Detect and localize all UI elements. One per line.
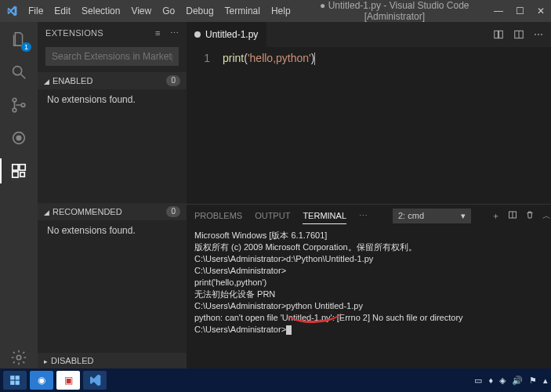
chevron-down-icon: ◢	[44, 209, 49, 216]
svg-rect-12	[495, 31, 498, 38]
more-icon[interactable]: ⋯	[534, 29, 543, 40]
menu-terminal[interactable]: Terminal	[220, 2, 265, 20]
vscode-logo-icon	[6, 5, 17, 16]
taskbar-app-1[interactable]: ◉	[30, 371, 53, 390]
menu-view[interactable]: View	[126, 2, 156, 20]
svg-rect-7	[13, 165, 18, 170]
minimize-icon[interactable]: —	[494, 5, 503, 16]
tray-icon[interactable]: ▭	[474, 376, 482, 386]
panel-tab-problems[interactable]: PROBLEMS	[194, 208, 242, 223]
source-control-icon[interactable]	[8, 94, 30, 116]
terminal-cursor	[286, 325, 292, 335]
svg-rect-18	[10, 376, 14, 379]
taskbar-app-2[interactable]: ▣	[56, 371, 80, 390]
sidebar: EXTENSIONS ≡ ⋯ ◢ENABLED 0 No extensions …	[38, 22, 187, 368]
panel-tab-output[interactable]: OUTPUT	[255, 208, 290, 223]
extensions-search-input[interactable]	[45, 47, 179, 66]
window-controls: — ☐ ✕	[494, 5, 545, 16]
split-terminal-icon[interactable]	[508, 210, 517, 222]
menu-debug[interactable]: Debug	[181, 2, 218, 20]
terminal-line: Microsoft Windows [版本 6.1.7601]	[194, 230, 543, 241]
volume-icon[interactable]: 🔊	[512, 376, 523, 386]
enabled-count: 0	[166, 75, 180, 86]
new-terminal-icon[interactable]: ＋	[491, 210, 500, 222]
windows-taskbar: ◉ ▣ ▭ ♦ ◈ 🔊 ⚑ ▴	[0, 368, 551, 392]
sidebar-title: EXTENSIONS	[45, 28, 103, 38]
svg-point-2	[13, 98, 16, 102]
svg-point-3	[13, 108, 16, 112]
window-title: ● Untitled-1.py - Visual Studio Code [Ad…	[295, 0, 494, 22]
recommended-count: 0	[166, 206, 180, 217]
svg-point-0	[13, 67, 22, 75]
terminal-line: python: can't open file 'Untitled-1.py':…	[194, 312, 543, 324]
svg-point-11	[16, 355, 21, 360]
filter-icon[interactable]: ≡	[155, 28, 161, 38]
menu-bar: File Edit Selection View Go Debug Termin…	[24, 2, 295, 20]
chevron-up-icon[interactable]: ︿	[542, 210, 551, 222]
debug-icon[interactable]	[8, 127, 30, 149]
section-disabled[interactable]: ▸DISABLED	[38, 353, 187, 368]
more-icon[interactable]: ⋯	[170, 28, 179, 38]
terminal-line: 版权所有 (c) 2009 Microsoft Corporation。保留所有…	[194, 241, 543, 253]
split-icon[interactable]	[513, 29, 524, 40]
terminal-line: C:\Users\Administrator>	[194, 265, 543, 277]
chevron-up-icon[interactable]: ▴	[543, 376, 548, 386]
terminal-line: C:\Users\Administrator>python Untitled-1…	[194, 300, 543, 312]
svg-rect-19	[16, 376, 20, 379]
svg-rect-9	[13, 172, 18, 177]
menu-help[interactable]: Help	[266, 2, 295, 20]
activity-bar: 1	[0, 22, 38, 368]
tab-label: Untitled-1.py	[205, 29, 258, 40]
terminal[interactable]: Microsoft Windows [版本 6.1.7601]版权所有 (c) …	[187, 227, 551, 368]
tab-untitled[interactable]: Untitled-1.py	[187, 22, 266, 47]
shield-icon[interactable]: ◈	[499, 376, 506, 386]
terminal-selector[interactable]: 2: cmd▾	[393, 209, 471, 223]
svg-rect-10	[20, 172, 25, 177]
explorer-badge: 1	[21, 42, 31, 52]
section-enabled[interactable]: ◢ENABLED 0	[38, 72, 187, 89]
enabled-empty: No extensions found.	[38, 89, 187, 110]
trash-icon[interactable]	[525, 210, 535, 222]
close-icon[interactable]: ✕	[537, 5, 545, 16]
menu-edit[interactable]: Edit	[49, 2, 75, 20]
chevron-right-icon: ▸	[44, 358, 48, 365]
svg-line-1	[21, 74, 26, 79]
code-line: print('hello,python')	[218, 47, 315, 204]
more-icon[interactable]: ⋯	[359, 211, 368, 221]
maximize-icon[interactable]: ☐	[516, 5, 524, 16]
title-bar: File Edit Selection View Go Debug Termin…	[0, 0, 551, 22]
system-tray[interactable]: ▭ ♦ ◈ 🔊 ⚑ ▴	[474, 376, 548, 386]
editor-cursor	[314, 53, 315, 65]
explorer-icon[interactable]: 1	[8, 28, 30, 50]
code-editor[interactable]: 1 print('hello,python')	[187, 47, 551, 204]
chevron-down-icon: ▾	[461, 211, 466, 221]
terminal-line: 无法初始化设备 PRN	[194, 289, 543, 300]
taskbar-vscode[interactable]	[83, 371, 107, 390]
terminal-line: print('hello,python')	[194, 277, 543, 289]
extensions-icon[interactable]	[8, 160, 30, 182]
menu-go[interactable]: Go	[158, 2, 179, 20]
panel-tab-terminal[interactable]: TERMINAL	[303, 208, 346, 224]
search-icon[interactable]	[8, 61, 30, 83]
editor-tabs: Untitled-1.py ⋯	[187, 22, 551, 47]
panel-tabs: PROBLEMS OUTPUT TERMINAL ⋯ 2: cmd▾ ＋ ︿ ✕	[187, 205, 551, 227]
svg-rect-8	[20, 165, 25, 170]
svg-rect-20	[10, 381, 14, 385]
recommended-empty: No extensions found.	[38, 220, 187, 241]
svg-point-4	[21, 103, 25, 107]
menu-file[interactable]: File	[24, 2, 48, 20]
svg-rect-13	[499, 31, 503, 38]
menu-selection[interactable]: Selection	[77, 2, 125, 20]
terminal-line: C:\Users\Administrator>	[194, 324, 543, 336]
sidebar-header: EXTENSIONS ≡ ⋯	[38, 22, 187, 44]
section-recommended[interactable]: ◢RECOMMENDED 0	[38, 203, 187, 220]
terminal-line: C:\Users\Administrator>d:\Python\Untitle…	[194, 253, 543, 265]
compare-icon[interactable]	[493, 29, 504, 40]
settings-gear-icon[interactable]	[8, 347, 30, 368]
tray-icon[interactable]: ♦	[488, 376, 493, 385]
start-button[interactable]	[3, 371, 27, 390]
svg-point-6	[16, 136, 21, 140]
chevron-down-icon: ◢	[44, 78, 49, 85]
flag-icon[interactable]: ⚑	[529, 376, 537, 386]
svg-rect-21	[16, 381, 20, 385]
